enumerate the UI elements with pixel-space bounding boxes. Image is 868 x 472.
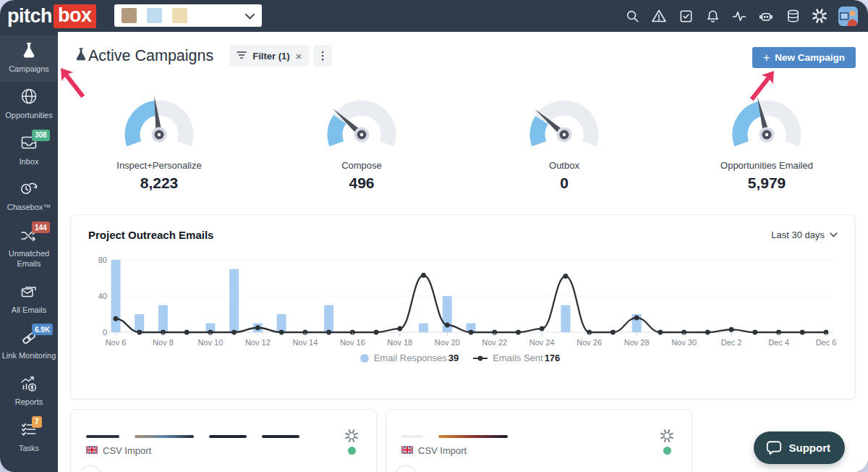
support-button[interactable]: Support: [754, 431, 846, 464]
legend-label: Email Responses: [374, 353, 447, 363]
svg-text:0: 0: [103, 328, 107, 337]
svg-text:Nov 12: Nov 12: [245, 338, 271, 347]
svg-text:Nov 30: Nov 30: [671, 338, 697, 347]
svg-text:Nov 28: Nov 28: [624, 338, 650, 347]
svg-text:Nov 18: Nov 18: [387, 338, 412, 347]
sidebar-item-opportunities[interactable]: Opportunities: [0, 82, 58, 128]
filter-chip[interactable]: Filter (1) ×: [229, 45, 309, 67]
sidebar-item-label: Tasks: [19, 444, 39, 454]
reports-icon: [19, 374, 39, 396]
svg-text:Dec 6: Dec 6: [816, 338, 837, 347]
globe-icon: [20, 87, 38, 109]
gauge-value: 8,223: [140, 174, 179, 192]
uk-flag-icon: [401, 444, 413, 457]
uk-flag-icon: [86, 444, 98, 457]
campaign-name-redacted: [401, 435, 508, 438]
sidebar-item-all-emails[interactable]: All Emails: [0, 277, 58, 323]
page-header: Active Campaigns Filter (1) × ⋮: [74, 44, 332, 67]
alert-triangle-icon[interactable]: [651, 8, 667, 24]
workspace-selector[interactable]: [114, 4, 262, 27]
chat-bubble-icon: [765, 439, 783, 456]
robot-icon[interactable]: [758, 8, 774, 24]
page-title: Active Campaigns: [88, 47, 213, 65]
svg-text:Nov 26: Nov 26: [576, 338, 602, 347]
legend-emails-sent[interactable]: Emails Sent 176: [473, 353, 566, 363]
more-options-icon[interactable]: ⋮: [313, 45, 332, 67]
workspace-swatch: [122, 8, 137, 23]
sidebar-item-label: Reports: [15, 397, 43, 408]
svg-text:Nov 16: Nov 16: [340, 338, 365, 347]
sidebar-item-label: Unmatched Emails: [1, 249, 56, 269]
sidebar-item-campaigns[interactable]: Campaigns: [0, 35, 58, 82]
campaign-status-dot: [348, 447, 356, 455]
svg-text:Nov 14: Nov 14: [292, 338, 318, 347]
chart-legend: Email Responses 39 Emails Sent 176: [88, 353, 838, 363]
legend-value: 176: [545, 353, 561, 363]
campaign-settings-gear-icon[interactable]: [344, 429, 359, 446]
check-square-icon[interactable]: [678, 8, 694, 24]
link-monitoring-badge: 6.9K: [32, 324, 53, 335]
topbar: pitch box: [0, 0, 868, 32]
new-campaign-label: New Campaign: [775, 52, 845, 63]
svg-text:Nov 20: Nov 20: [435, 338, 460, 347]
unmatched-badge: 144: [32, 222, 50, 233]
legend-email-responses[interactable]: Email Responses 39: [360, 353, 465, 363]
bell-icon[interactable]: [705, 8, 720, 24]
outreach-chart-card: Project Outreach Emails Last 30 days 040…: [70, 214, 856, 400]
sidebar: Campaigns Opportunities 308 Inbox Chaseb…: [0, 32, 58, 472]
support-label: Support: [789, 442, 831, 454]
svg-text:80: 80: [98, 256, 107, 264]
gauges-row: Inspect+Personalize 8,223 Compose 496 Ou…: [58, 93, 868, 192]
gauge-label: Compose: [341, 160, 382, 171]
gauge-value: 0: [560, 174, 569, 192]
date-range-label: Last 30 days: [771, 229, 825, 240]
sidebar-item-label: Opportunities: [5, 111, 52, 121]
logo-pitch: pitch: [7, 7, 52, 26]
svg-text:Dec 4: Dec 4: [768, 338, 789, 347]
sidebar-item-unmatched-emails[interactable]: 144 Unmatched Emails: [0, 220, 58, 277]
gauge-outbox: Outbox 0: [463, 93, 665, 192]
logo-box: box: [54, 4, 96, 28]
gauge-value: 496: [349, 174, 374, 192]
svg-text:Nov 6: Nov 6: [106, 338, 127, 347]
legend-line-dot-marker: [473, 355, 488, 362]
sidebar-item-chasebox[interactable]: Chasebox™: [0, 174, 58, 220]
sidebar-item-reports[interactable]: Reports: [0, 368, 58, 415]
gauge-label: Outbox: [549, 160, 579, 171]
search-icon[interactable]: [624, 8, 640, 24]
workspace-swatch: [172, 8, 187, 23]
workspace-swatch: [147, 8, 162, 23]
gauge-value: 5,979: [748, 174, 786, 192]
campaign-status-dot: [663, 447, 671, 455]
chevron-down-icon: [245, 9, 255, 22]
campaign-card[interactable]: CSV Import: [70, 409, 377, 472]
sidebar-item-label: All Emails: [12, 305, 46, 316]
legend-value: 39: [448, 353, 459, 363]
campaign-name-redacted: [86, 435, 299, 438]
gauge-opportunities-emailed: Opportunities Emailed 5,979: [665, 93, 868, 192]
filter-icon: [237, 49, 247, 62]
sidebar-item-link-monitoring[interactable]: 6.9K Link Monitoring: [0, 322, 58, 368]
sidebar-item-label: Campaigns: [9, 64, 49, 75]
chart-title: Project Outreach Emails: [88, 229, 213, 241]
database-icon[interactable]: [785, 8, 801, 24]
date-range-selector[interactable]: Last 30 days: [771, 229, 838, 240]
legend-label: Emails Sent: [493, 353, 542, 363]
filter-close-icon[interactable]: ×: [296, 51, 302, 62]
avatar[interactable]: [838, 7, 858, 26]
campaign-settings-gear-icon[interactable]: [660, 429, 674, 446]
plus-icon: +: [763, 51, 770, 64]
campaign-progress-circle: [395, 465, 417, 472]
sidebar-item-label: Chasebox™: [7, 203, 51, 213]
new-campaign-button[interactable]: + New Campaign: [752, 47, 856, 68]
sidebar-item-inbox[interactable]: 308 Inbox: [0, 128, 58, 174]
emails-icon: [20, 282, 38, 303]
svg-text:40: 40: [98, 292, 107, 300]
activity-icon[interactable]: [731, 8, 747, 24]
svg-text:Nov 10: Nov 10: [198, 338, 224, 347]
main-content: Active Campaigns Filter (1) × ⋮ + New Ca…: [58, 32, 868, 472]
chevron-down-icon: [830, 232, 838, 237]
sidebar-item-tasks[interactable]: 7 Tasks: [0, 415, 58, 461]
campaign-card[interactable]: CSV Import: [386, 409, 692, 472]
gear-icon[interactable]: [812, 8, 827, 24]
